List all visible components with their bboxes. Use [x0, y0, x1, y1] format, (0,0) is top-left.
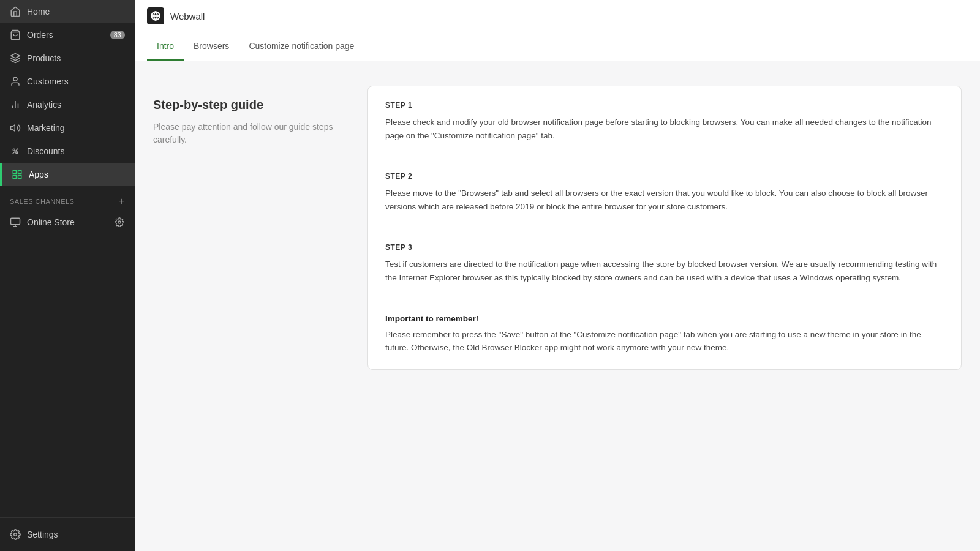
- badge-orders: 83: [110, 31, 125, 39]
- sidebar-item-discounts[interactable]: Discounts: [0, 140, 135, 163]
- sales-channels-section: SALES CHANNELS +: [0, 186, 135, 211]
- important-text: Please remember to press the "Save" butt…: [385, 328, 944, 354]
- discounts-icon: [10, 146, 21, 157]
- sidebar-item-home[interactable]: Home: [0, 0, 135, 23]
- app-title: Webwall: [170, 11, 205, 21]
- tabs-bar: IntroBrowsersCustomize notification page: [135, 32, 980, 61]
- content-area: Step-by-step guide Please pay attention …: [135, 61, 980, 551]
- home-icon: [10, 6, 21, 17]
- sidebar-item-orders[interactable]: Orders 83: [0, 23, 135, 47]
- svg-rect-12: [13, 176, 16, 179]
- analytics-icon: [10, 99, 21, 110]
- step-text-step2: Please move to the "Browsers" tab and se…: [385, 187, 944, 213]
- svg-rect-14: [11, 218, 20, 225]
- sidebar-item-marketing[interactable]: Marketing: [0, 116, 135, 140]
- step-label-step2: STEP 2: [385, 172, 944, 181]
- add-sales-channel-icon[interactable]: +: [119, 196, 125, 207]
- step-label-step1: STEP 1: [385, 101, 944, 110]
- sidebar-item-customers[interactable]: Customers: [0, 70, 135, 93]
- svg-point-2: [13, 77, 17, 81]
- sidebar-item-online-store[interactable]: Online Store: [0, 211, 135, 234]
- sidebar-label-apps: Apps: [29, 170, 48, 179]
- tab-customize[interactable]: Customize notification page: [239, 32, 364, 61]
- sidebar-label-orders: Orders: [27, 30, 53, 40]
- orders-icon: [10, 29, 21, 40]
- sidebar-footer: Settings: [0, 517, 135, 551]
- sidebar-label-analytics: Analytics: [27, 100, 61, 110]
- svg-point-18: [14, 533, 17, 536]
- important-title: Important to remember!: [385, 314, 944, 323]
- customers-icon: [10, 76, 21, 87]
- sidebar-label-products: Products: [27, 53, 61, 63]
- settings-label: Settings: [27, 530, 58, 539]
- sidebar-label-marketing: Marketing: [27, 123, 64, 133]
- sidebar: Home Orders 83 Products Customers Analyt…: [0, 0, 135, 551]
- settings-icon: [10, 529, 21, 540]
- marketing-icon: [10, 122, 21, 133]
- top-bar: Webwall: [135, 0, 980, 32]
- left-panel: Step-by-step guide Please pay attention …: [153, 86, 349, 527]
- step-label-step3: STEP 3: [385, 243, 944, 252]
- sidebar-item-apps[interactable]: Apps: [0, 163, 135, 186]
- apps-icon: [12, 169, 23, 180]
- app-logo: [147, 7, 164, 24]
- svg-rect-11: [18, 170, 21, 173]
- tab-browsers[interactable]: Browsers: [184, 32, 239, 61]
- sidebar-label-home: Home: [27, 7, 50, 17]
- online-store-icon: [10, 217, 21, 228]
- svg-marker-1: [11, 54, 20, 59]
- step-block-step2: STEP 2 Please move to the "Browsers" tab…: [368, 157, 961, 228]
- tab-intro[interactable]: Intro: [147, 32, 184, 61]
- svg-point-8: [16, 152, 18, 154]
- sidebar-label-discounts: Discounts: [27, 146, 64, 156]
- svg-point-17: [118, 221, 121, 223]
- right-panel: STEP 1 Please check and modify your old …: [368, 86, 962, 527]
- svg-point-7: [13, 149, 15, 151]
- online-store-settings-icon[interactable]: [114, 217, 125, 228]
- sidebar-item-analytics[interactable]: Analytics: [0, 93, 135, 116]
- step-text-step3: Test if customers are directed to the no…: [385, 258, 944, 284]
- svg-marker-6: [11, 125, 15, 132]
- sidebar-item-products[interactable]: Products: [0, 47, 135, 70]
- steps-card: STEP 1 Please check and modify your old …: [368, 86, 962, 370]
- svg-rect-10: [13, 170, 16, 173]
- step-block-step1: STEP 1 Please check and modify your old …: [368, 86, 961, 157]
- main-content: Webwall IntroBrowsersCustomize notificat…: [135, 0, 980, 551]
- svg-rect-13: [18, 176, 21, 179]
- guide-title: Step-by-step guide: [153, 98, 349, 112]
- sidebar-label-customers: Customers: [27, 77, 69, 86]
- step-text-step1: Please check and modify your old browser…: [385, 116, 944, 142]
- important-block: Important to remember! Please remember t…: [368, 299, 961, 369]
- sales-channels-label: SALES CHANNELS: [10, 198, 74, 205]
- products-icon: [10, 53, 21, 64]
- online-store-label: Online Store: [27, 217, 75, 227]
- sidebar-item-settings[interactable]: Settings: [0, 523, 135, 546]
- step-block-step3: STEP 3 Test if customers are directed to…: [368, 228, 961, 299]
- guide-subtitle: Please pay attention and follow our guid…: [153, 121, 349, 146]
